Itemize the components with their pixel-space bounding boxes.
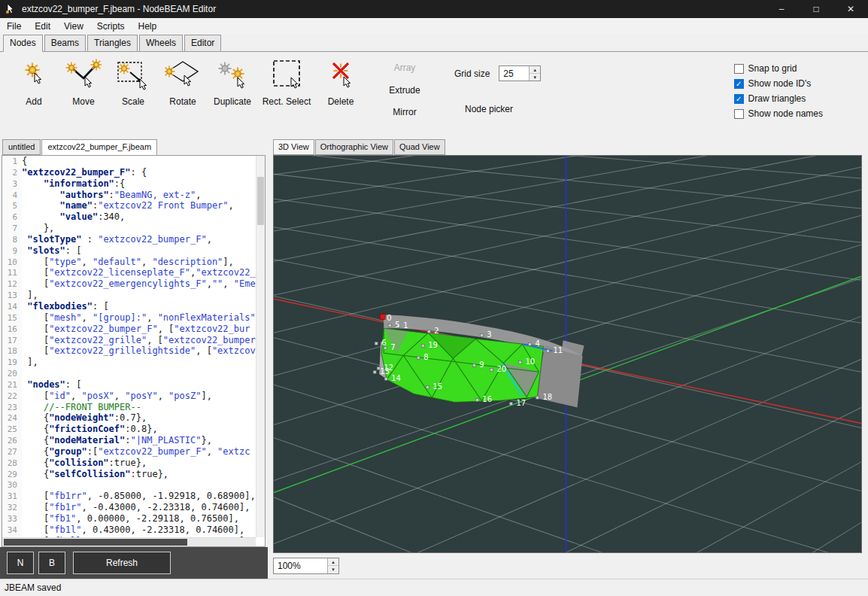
grid-size-value[interactable]: 25 <box>499 66 529 81</box>
spin-up-icon[interactable]: ▲ <box>530 66 540 74</box>
menu-scripts[interactable]: Scripts <box>90 18 132 35</box>
file-tab-untitled[interactable]: untitled <box>2 139 41 155</box>
tab-beams[interactable]: Beams <box>44 35 86 51</box>
spin-up-icon[interactable]: ▲ <box>328 558 338 567</box>
node-marker-3[interactable] <box>480 333 483 336</box>
node-marker-5[interactable] <box>388 324 391 327</box>
file-tab-jbeam[interactable]: extzcov22_bumper_F.jbeam <box>41 139 157 156</box>
code-line-22[interactable]: 22 ["id", "posX", "posY", "posZ"], <box>2 391 256 402</box>
checkbox-show-node-id-s[interactable]: ✓Show node ID's <box>734 78 823 89</box>
code-line-13[interactable]: 13 ], <box>2 290 256 301</box>
node-marker-17[interactable] <box>509 402 512 405</box>
code-line-9[interactable]: 9 "slots": [ <box>2 245 256 257</box>
code-line-29[interactable]: 29 {"selfCollision":true}, <box>2 469 256 480</box>
code-line-16[interactable]: 16 ["extzcov22_bumper_F", ["extzcov22_bu… <box>2 324 256 335</box>
tool-rotate[interactable]: Rotate <box>158 52 208 127</box>
node-marker-16[interactable] <box>475 398 478 401</box>
node-marker-19[interactable] <box>421 344 424 347</box>
refresh-button[interactable]: Refresh <box>73 552 171 574</box>
code-line-20[interactable]: 20 <box>2 368 256 379</box>
checkbox-unchecked-icon[interactable] <box>734 64 744 74</box>
node-marker-14[interactable] <box>384 377 387 380</box>
minimize-button[interactable]: – <box>764 0 799 18</box>
code-line-28[interactable]: 28 {"collision":true}, <box>2 458 256 469</box>
spin-down-icon[interactable]: ▼ <box>530 74 540 81</box>
node-marker-4[interactable] <box>528 342 531 345</box>
grid-size-spinbox[interactable]: 25 ▲ ▼ <box>499 65 541 81</box>
node-marker-9[interactable] <box>472 363 475 366</box>
maximize-button[interactable]: □ <box>799 0 833 18</box>
checkbox-checked-icon[interactable]: ✓ <box>734 79 744 89</box>
close-button[interactable]: ✕ <box>833 0 868 18</box>
vertical-scrollbar[interactable] <box>256 156 265 537</box>
code-line-19[interactable]: 19 ], <box>2 357 256 368</box>
code-line-12[interactable]: 12 ["extzcov22_emergencylights_F","", "E… <box>2 278 256 290</box>
code-line-23[interactable]: 23 //--FRONT BUMPER-- <box>2 402 256 413</box>
tab-3d-view[interactable]: 3D View <box>273 139 314 155</box>
code-line-27[interactable]: 27 {"group":["extzcov22_bumper_F", "extz… <box>2 446 256 458</box>
code-line-14[interactable]: 14 "flexbodies": [ <box>2 301 256 312</box>
code-line-3[interactable]: 3 "information":{ <box>2 178 256 190</box>
zoom-spinbox[interactable]: 100% ▲ ▼ <box>273 558 339 574</box>
tool-add[interactable]: Add <box>9 52 59 127</box>
tab-orthographic-view[interactable]: Orthographic View <box>315 139 393 155</box>
checkbox-show-node-names[interactable]: Show node names <box>734 108 823 119</box>
code-line-10[interactable]: 10 ["type", "default", "description"], <box>2 257 256 268</box>
node-marker-18[interactable] <box>536 396 539 399</box>
horizontal-scrollbar-thumb[interactable] <box>4 539 187 546</box>
code-line-26[interactable]: 26 {"nodeMaterial":"|NM_PLASTIC"}, <box>2 435 256 446</box>
checkbox-draw-triangles[interactable]: ✓Draw triangles <box>734 93 823 104</box>
tab-wheels[interactable]: Wheels <box>139 35 183 51</box>
code-line-4[interactable]: 4 "authors":"BeamNG, ext-z", <box>2 190 256 201</box>
code-line-32[interactable]: 32 ["fb1r", -0.43000, -2.23318, 0.74600]… <box>2 502 256 513</box>
node-marker-11[interactable] <box>546 349 549 352</box>
code-line-31[interactable]: 31 ["fb1rr", -0.85000, -1.92918, 0.68900… <box>2 491 256 502</box>
node-marker-2[interactable] <box>427 330 430 333</box>
code-line-7[interactable]: 7 }, <box>2 223 256 234</box>
code-line-24[interactable]: 24 {"nodeWeight":0.7}, <box>2 412 256 424</box>
checkbox-snap-to-grid[interactable]: Snap to grid <box>734 63 823 74</box>
code-line-18[interactable]: 18 ["extzcov22_grillelightside", ["extzc… <box>2 345 256 357</box>
node-marker-6[interactable] <box>375 342 378 345</box>
3d-viewport[interactable]: 05123411671989201012131415161718 <box>273 155 862 553</box>
tab-nodes[interactable]: Nodes <box>3 35 43 52</box>
n-button[interactable]: N <box>7 552 34 574</box>
checkbox-unchecked-icon[interactable] <box>734 109 744 119</box>
mirror-button[interactable]: Mirror <box>393 107 416 117</box>
code-line-8[interactable]: 8 "slotType" : "extzcov22_bumper_F", <box>2 234 256 245</box>
tool-delete[interactable]: Delete <box>316 52 366 127</box>
code-line-5[interactable]: 5 "name":"extzcov22 Front Bumper", <box>2 200 256 211</box>
node-marker-13[interactable] <box>373 370 376 373</box>
horizontal-scrollbar[interactable] <box>2 537 256 546</box>
menu-file[interactable]: File <box>0 18 28 35</box>
node-marker-10[interactable] <box>518 360 521 363</box>
code-line-21[interactable]: 21 "nodes": [ <box>2 379 256 391</box>
extrude-button[interactable]: Extrude <box>389 85 420 96</box>
zoom-value[interactable]: 100% <box>274 558 327 573</box>
node-marker-20[interactable] <box>490 368 493 371</box>
code-line-1[interactable]: 1{ <box>2 156 256 167</box>
tab-quad-view[interactable]: Quad View <box>394 139 445 155</box>
tool-scale[interactable]: Scale <box>108 52 158 127</box>
node-marker-8[interactable] <box>417 356 420 359</box>
menu-view[interactable]: View <box>57 18 90 35</box>
menu-edit[interactable]: Edit <box>28 18 57 35</box>
code-line-11[interactable]: 11 ["extzcov22_licenseplate_F","extzcov2… <box>2 267 256 278</box>
code-line-33[interactable]: 33 ["fb1", 0.00000, -2.29118, 0.76500], <box>2 513 256 525</box>
tool-duplicate[interactable]: Duplicate <box>208 52 257 127</box>
vertical-scrollbar-thumb[interactable] <box>257 177 264 225</box>
code-line-6[interactable]: 6 "value":340, <box>2 211 256 223</box>
tool-move[interactable]: Move <box>59 52 108 127</box>
code-line-30[interactable]: 30 <box>2 479 256 491</box>
tool-rect-select[interactable]: Rect. Select <box>257 52 316 127</box>
code-line-15[interactable]: 15 ["mesh", "[group]:", "nonFlexMaterial… <box>2 312 256 324</box>
tab-editor[interactable]: Editor <box>184 35 221 51</box>
array-button[interactable]: Array <box>394 62 416 73</box>
node-marker-15[interactable] <box>426 385 429 388</box>
node-marker-0[interactable] <box>380 314 385 319</box>
node-picker-button[interactable]: Node picker <box>454 104 541 114</box>
code-line-34[interactable]: 34 ["fb1l", 0.43000, -2.23318, 0.74600], <box>2 525 256 536</box>
tab-triangles[interactable]: Triangles <box>87 35 138 51</box>
code-line-2[interactable]: 2"extzcov22_bumper_F": { <box>2 167 256 178</box>
b-button[interactable]: B <box>38 552 65 574</box>
